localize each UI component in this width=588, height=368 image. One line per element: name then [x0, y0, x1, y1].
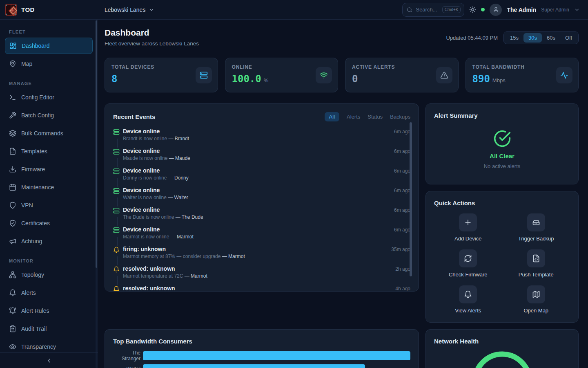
event-time: 6m ago [394, 167, 410, 187]
quick-action-view-alerts[interactable]: View Alerts [434, 285, 502, 314]
chevron-down-icon [149, 7, 154, 13]
event-title: resolved: unknown [123, 265, 395, 272]
bell-ring-icon [9, 307, 16, 314]
events-scrollbar-thumb[interactable] [410, 122, 412, 276]
event-message: Walter is now online — Walter [123, 195, 394, 200]
file-code-icon [527, 249, 545, 267]
server-icon [113, 128, 121, 139]
quick-action-label: Trigger Backup [518, 236, 554, 242]
server-icon [113, 206, 121, 217]
user-role: Super Admin [541, 7, 569, 13]
stat-card-total-devices: TOTAL DEVICES 8 [105, 58, 218, 92]
eye-icon [9, 343, 16, 350]
connection-status-dot [481, 8, 485, 11]
event-device: — Donny [168, 175, 189, 181]
recent-events-panel: Recent Events All Alerts Status Backups … [105, 103, 419, 292]
sidebar-item-vpn[interactable]: VPN [5, 197, 93, 213]
sidebar-item-alerts[interactable]: Alerts [5, 285, 93, 301]
sidebar-item-topology[interactable]: Topology [5, 267, 93, 283]
user-menu-chevron-down-icon[interactable] [574, 7, 580, 13]
quick-action-open-map[interactable]: Open Map [502, 285, 570, 314]
stat-value: 100.0 [232, 73, 261, 85]
theme-toggle-sun-icon[interactable] [469, 6, 476, 13]
sidebar-item-achtung[interactable]: Achtung [5, 233, 93, 249]
sidebar-item-firmware[interactable]: Firmware [5, 161, 93, 177]
avatar[interactable] [490, 4, 502, 16]
events-list: Device onlineBrandt is now online — Bran… [113, 128, 410, 292]
sidebar-item-label: Achtung [21, 238, 42, 245]
sidebar-item-audit-trail[interactable]: Audit Trail [5, 321, 93, 337]
sidebar-item-label: VPN [21, 202, 33, 209]
server-icon [113, 167, 121, 178]
tab-status[interactable]: Status [368, 114, 383, 120]
org-switcher[interactable]: Lebowski Lanes [105, 7, 154, 13]
search-icon [407, 7, 412, 13]
search-shortcut-badge: Cmd+K [442, 6, 461, 13]
quick-action-add-device[interactable]: Add Device [434, 213, 502, 242]
sidebar-item-dashboard[interactable]: Dashboard [5, 38, 93, 54]
tab-all[interactable]: All [325, 112, 339, 121]
logo-area: TOD [0, 0, 98, 20]
bandwidth-bar [143, 351, 410, 360]
sidebar-item-templates[interactable]: Templates [5, 143, 93, 159]
stat-value: 0 [352, 73, 358, 85]
page-title: Dashboard [105, 28, 199, 38]
sidebar-item-map[interactable]: Map [5, 56, 93, 72]
sidebar-item-bulk-commands[interactable]: Bulk Commands [5, 125, 93, 141]
quick-action-check-firmware[interactable]: Check Firmware [434, 249, 502, 278]
org-name: Lebowski Lanes [105, 7, 145, 13]
refresh-off-button[interactable]: Off [560, 33, 577, 43]
event-time: 35m ago [391, 246, 410, 265]
event-row: firing: unknownMarmot memory at 87% — co… [113, 246, 410, 265]
sidebar-item-certificates[interactable]: Certificates [5, 215, 93, 231]
sidebar-item-alert-rules[interactable]: Alert Rules [5, 303, 93, 319]
plus-icon [459, 213, 477, 231]
event-time: 4h ago [395, 285, 410, 292]
bandwidth-row: The Stranger [113, 350, 410, 361]
tab-backups[interactable]: Backups [390, 114, 410, 120]
network-health-gauge: 100 [434, 351, 570, 368]
refresh-15s-button[interactable]: 15s [505, 33, 523, 43]
sidebar-item-batch-config[interactable]: Batch Config [5, 107, 93, 123]
bandwidth-bar-label: The Stranger [113, 350, 140, 361]
sidebar-item-label: Audit Trail [21, 325, 47, 332]
bandwidth-title: Top Bandwidth Consumers [113, 338, 410, 345]
sidebar-item-label: Templates [21, 148, 47, 155]
app-name: TOD [21, 6, 35, 13]
tab-alerts[interactable]: Alerts [347, 114, 360, 120]
check-circle-icon [493, 130, 511, 148]
hard-drive-icon [527, 213, 545, 231]
refresh-60s-button[interactable]: 60s [542, 33, 560, 43]
event-message: Donny is now online — Donny [123, 175, 394, 181]
quick-action-label: View Alerts [455, 307, 481, 314]
event-time: 6m ago [394, 128, 410, 148]
sidebar-scrollbar-thumb[interactable] [96, 20, 97, 268]
refresh-30s-button[interactable]: 30s [523, 33, 542, 43]
sidebar-item-maintenance[interactable]: Maintenance [5, 179, 93, 195]
sidebar: FLEET Dashboard Map MANAGE Config Editor… [0, 20, 98, 368]
stats-row: TOTAL DEVICES 8 ONLINE 100.0 % ACTIVE AL… [105, 58, 579, 92]
event-device: — Brandt [168, 136, 189, 141]
sidebar-collapse-button[interactable] [0, 352, 98, 368]
alert-summary-status: All Clear [490, 153, 514, 159]
server-icon [113, 187, 121, 197]
event-message: Marmot is now online — Marmot [123, 234, 394, 240]
sidebar-section-manage: MANAGE [9, 81, 93, 86]
sidebar-item-label: Batch Config [21, 112, 54, 119]
event-time: 6m ago [394, 206, 410, 226]
topbar: TOD Lebowski Lanes Cmd+K The Admin Super… [0, 0, 588, 20]
sidebar-item-label: Bulk Commands [21, 130, 63, 137]
search-box[interactable]: Cmd+K [402, 3, 464, 17]
event-time: 6m ago [394, 226, 410, 246]
page-header: Dashboard Fleet overview across Lebowski… [105, 28, 579, 47]
event-message: Marmot memory at 87% — consider upgrade … [123, 254, 391, 259]
quick-action-push-template[interactable]: Push Template [502, 249, 570, 278]
quick-action-trigger-backup[interactable]: Trigger Backup [502, 213, 570, 242]
bandwidth-panel: Top Bandwidth Consumers The Stranger Wal… [105, 329, 419, 368]
search-input[interactable] [416, 7, 439, 13]
event-message: Brandt is now online — Brandt [123, 136, 394, 141]
alert-summary-title: Alert Summary [434, 112, 570, 119]
wifi-icon [316, 67, 332, 83]
stat-card-active-alerts: ACTIVE ALERTS 0 [345, 58, 459, 92]
sidebar-item-config-editor[interactable]: Config Editor [5, 89, 93, 105]
